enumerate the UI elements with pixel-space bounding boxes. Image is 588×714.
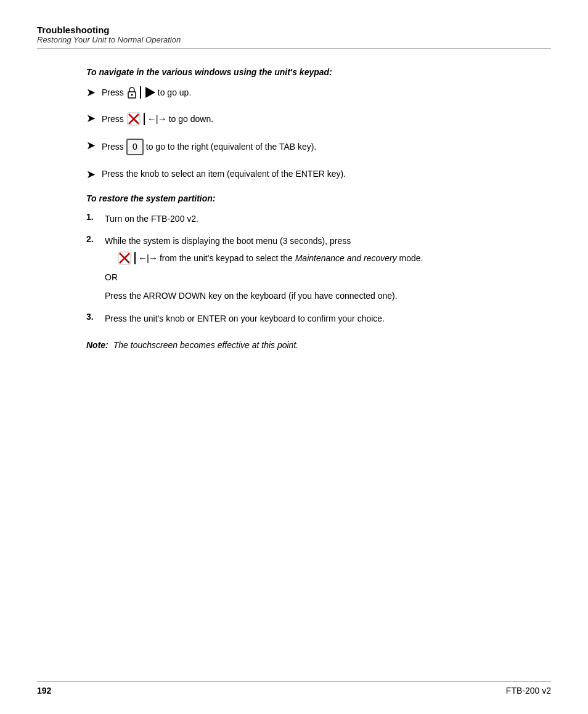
step-2: 2. While the system is displaying the bo… [86,234,551,302]
knob-text: Press the knob to select an item (equiva… [102,168,346,181]
step-2-icon-block: ←|→ from the unit's keypad to select the… [117,251,423,266]
bullet-item-down: ➤ Press ←|→ to go down. [86,112,551,126]
bullet-item-right: ➤ Press 0 to go to the right (equivalent… [86,139,551,155]
arrow-marker-right: ➤ [86,139,96,152]
press-label-right: Press [102,140,124,153]
play-icon [145,87,155,98]
main-content: To navigate in the various windows using… [37,67,551,350]
arrow-marker-down: ➤ [86,112,96,125]
right-suffix: to go to the right (equivalent of the TA… [146,140,317,153]
bullet-content-right: Press 0 to go to the right (equivalent o… [102,139,316,155]
header-title: Troubleshooting [37,25,551,35]
key-0-box: 0 [126,139,144,155]
header-subtitle: Restoring Your Unit to Normal Operation [37,35,551,44]
bullet-content-up: Press to go up. [102,86,191,99]
page-container: Troubleshooting Restoring Your Unit to N… [0,0,588,714]
up-suffix: to go up. [158,86,192,99]
arrow-marker-knob: ➤ [86,168,96,181]
arrow-marker-up: ➤ [86,86,96,99]
footer-page: 192 [37,686,51,696]
navigate-heading: To navigate in the various windows using… [86,67,551,77]
step-3: 3. Press the unit's knob or ENTER on you… [86,312,551,325]
step-1-num: 1. [86,212,99,222]
step-3-text: Press the unit's knob or ENTER on your k… [105,312,385,325]
step-2-arrow-text: Press the ARROW DOWN key on the keyboard… [105,289,423,302]
step-2-text-after: from the unit's keypad to select the Mai… [160,251,423,265]
step-2-num: 2. [86,234,99,244]
bullet-content-knob: Press the knob to select an item (equiva… [102,168,346,181]
lr-arrows-icon-2: ←|→ [138,251,157,266]
down-suffix: to go down. [169,113,213,126]
bullet-item-knob: ➤ Press the knob to select an item (equi… [86,168,551,181]
knob-lr-icon-1: ←|→ [126,112,166,126]
divider-icon [140,86,141,99]
svg-point-1 [131,94,133,96]
bullet-content-down: Press ←|→ to go down. [102,112,213,126]
knob-cross-icon [126,112,141,126]
knob-lr-icon-2: ←|→ [117,251,157,266]
divider-icon-2 [144,113,145,125]
numbered-list: 1. Turn on the FTB-200 v2. 2. While the … [86,212,551,325]
knob-cross-icon-2 [117,251,132,266]
restore-heading: To restore the system partition: [86,193,551,203]
note-label: Note: [86,340,108,350]
footer: 192 FTB-200 v2 [37,681,551,696]
lock-icon [126,86,137,99]
press-label-up: Press [102,86,124,99]
note-text: The touchscreen becomes effective at thi… [113,340,298,350]
step-1: 1. Turn on the FTB-200 v2. [86,212,551,225]
divider-icon-3 [134,252,136,264]
lr-arrows-icon: ←|→ [147,112,166,126]
step-2-text-before: While the system is displaying the boot … [105,236,351,246]
bullet-item-up: ➤ Press to go up. [86,86,551,99]
or-separator: OR [105,270,423,284]
footer-product: FTB-200 v2 [506,686,551,696]
lock-play-icon [126,86,155,99]
header-section: Troubleshooting Restoring Your Unit to N… [37,25,551,49]
step-1-text: Turn on the FTB-200 v2. [105,212,198,225]
press-label-down: Press [102,113,124,126]
step-3-num: 3. [86,312,99,322]
step-2-content: While the system is displaying the boot … [105,234,423,302]
note-section: Note: The touchscreen becomes effective … [86,340,551,350]
